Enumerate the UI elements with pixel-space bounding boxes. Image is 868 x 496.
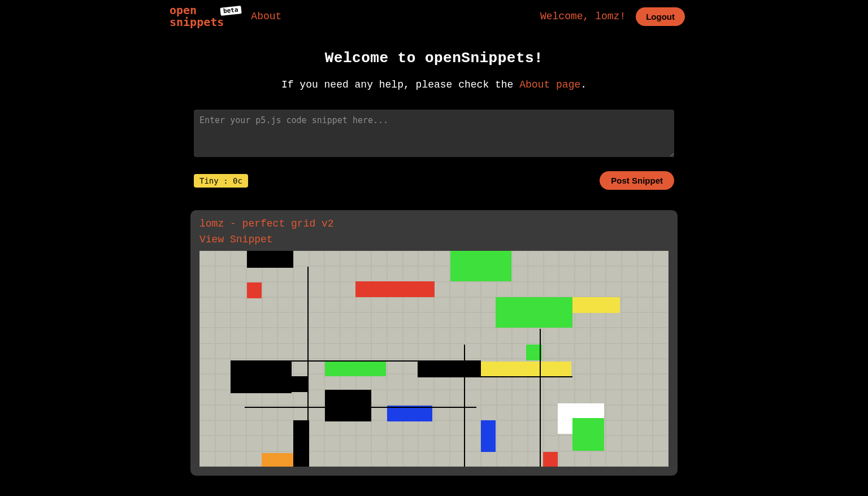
grid-cell	[575, 328, 591, 343]
grid-cell	[231, 328, 246, 343]
grid-cell	[371, 343, 387, 359]
grid-cell	[231, 451, 246, 467]
post-snippet-button[interactable]: Post Snippet	[600, 171, 674, 190]
grid-cell	[371, 436, 387, 451]
grid-cell	[215, 328, 231, 343]
grid-cell	[356, 251, 372, 266]
grid-cell	[418, 251, 434, 266]
preview-line	[540, 329, 541, 467]
logo-line1: open	[170, 5, 224, 16]
main: Welcome to openSnippets! If you need any…	[0, 50, 868, 476]
grid-cell	[403, 328, 419, 343]
preview-rect	[262, 376, 308, 392]
grid-cell	[653, 374, 669, 389]
grid-cell	[528, 251, 544, 266]
grid-cell	[622, 282, 637, 297]
grid-cell	[559, 343, 575, 359]
grid-cell	[387, 297, 403, 312]
grid-cell	[544, 328, 559, 343]
grid-cell	[622, 343, 637, 359]
grid-cell	[246, 343, 262, 359]
grid-cell	[559, 282, 575, 297]
grid-cell	[309, 297, 325, 312]
grid-cell	[497, 390, 513, 405]
header: open snippets beta About Welcome, lomz! …	[0, 0, 868, 33]
grid-cell	[512, 343, 528, 359]
grid-cell	[637, 374, 653, 389]
grid-cell	[340, 436, 356, 451]
grid-cell	[340, 374, 356, 389]
grid-cell	[434, 297, 450, 312]
grid-cell	[434, 266, 450, 281]
grid-cell	[622, 451, 637, 467]
grid-cell	[450, 297, 466, 312]
logout-button[interactable]: Logout	[636, 7, 685, 26]
grid-cell	[215, 312, 231, 328]
grid-cell	[309, 451, 325, 467]
grid-cell	[371, 297, 387, 312]
grid-cell	[544, 436, 559, 451]
grid-cell	[246, 297, 262, 312]
grid-cell	[215, 251, 231, 266]
grid-cell	[309, 390, 325, 405]
logo-line2: snippets	[170, 16, 224, 28]
grid-cell	[512, 436, 528, 451]
grid-cell	[231, 297, 246, 312]
code-input[interactable]	[194, 110, 674, 157]
grid-cell	[575, 451, 591, 467]
grid-cell	[215, 436, 231, 451]
view-snippet-link[interactable]: View Snippet	[199, 234, 273, 245]
grid-cell	[622, 420, 637, 436]
preview-rect	[572, 418, 604, 451]
grid-cell	[575, 343, 591, 359]
preview-rect	[247, 282, 262, 298]
grid-cell	[434, 390, 450, 405]
grid-cell	[512, 420, 528, 436]
grid-cell	[544, 266, 559, 281]
grid-cell	[591, 251, 606, 266]
grid-cell	[387, 266, 403, 281]
grid-cell	[199, 405, 215, 420]
grid-cell	[215, 390, 231, 405]
nav-about-link[interactable]: About	[251, 11, 281, 22]
grid-cell	[340, 420, 356, 436]
grid-cell	[371, 328, 387, 343]
grid-cell	[231, 436, 246, 451]
grid-cell	[403, 451, 419, 467]
grid-cell	[559, 390, 575, 405]
preview-rect	[387, 406, 432, 421]
grid-cell	[324, 420, 340, 436]
grid-cell	[324, 282, 340, 297]
grid-cell	[606, 251, 622, 266]
grid-cell	[403, 251, 419, 266]
logo[interactable]: open snippets beta	[170, 5, 224, 28]
grid-cell	[199, 420, 215, 436]
about-page-link[interactable]: About page	[519, 79, 580, 90]
grid-cell	[371, 312, 387, 328]
grid-cell	[387, 343, 403, 359]
snippet-preview	[199, 251, 669, 467]
grid-cell	[309, 343, 325, 359]
grid-cell	[387, 312, 403, 328]
grid-cell	[637, 282, 653, 297]
grid-cell	[215, 405, 231, 420]
grid-cell	[575, 282, 591, 297]
grid-cell	[481, 343, 497, 359]
grid-cell	[497, 405, 513, 420]
grid-cell	[450, 328, 466, 343]
grid-cell	[653, 343, 669, 359]
grid-cell	[591, 312, 606, 328]
grid-cell	[387, 436, 403, 451]
snippet-card: lomz - perfect grid v2 View Snippet	[190, 210, 678, 476]
grid-cell	[277, 343, 293, 359]
grid-cell	[450, 282, 466, 297]
grid-cell	[403, 266, 419, 281]
preview-line	[245, 407, 476, 408]
grid-cell	[481, 390, 497, 405]
grid-cell	[403, 312, 419, 328]
grid-cell	[340, 328, 356, 343]
grid-cell	[371, 451, 387, 467]
grid-cell	[637, 251, 653, 266]
grid-cell	[481, 328, 497, 343]
grid-cell	[528, 436, 544, 451]
